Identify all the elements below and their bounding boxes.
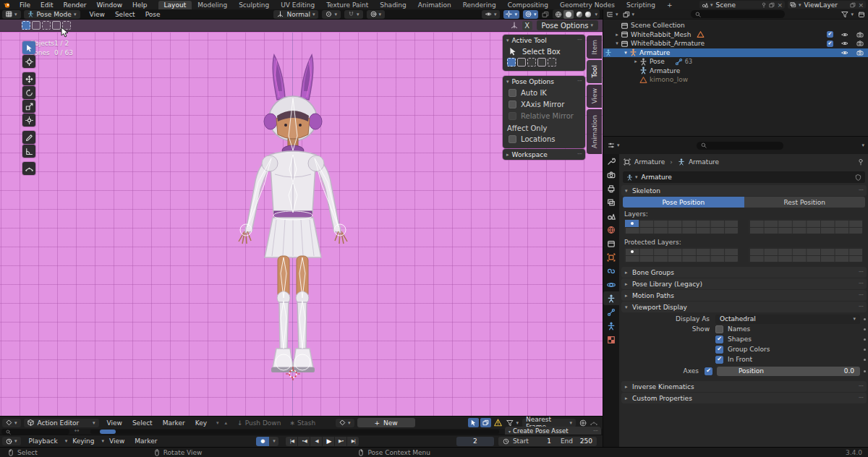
- play-button[interactable]: ▶: [323, 437, 334, 446]
- section-bone-groups[interactable]: ▸ Bone Groups ····: [621, 267, 867, 278]
- hide-eye-icon[interactable]: [841, 40, 848, 47]
- only-selected-toggle[interactable]: [468, 418, 479, 427]
- tool-annotate-button[interactable]: [22, 131, 35, 144]
- menu-pose[interactable]: Pose: [140, 11, 166, 18]
- object-icon[interactable]: [624, 158, 631, 166]
- outliner-display-mode-icon[interactable]: [623, 11, 630, 18]
- new-collection-icon[interactable]: [858, 11, 865, 18]
- tool-scale-button[interactable]: [22, 100, 35, 113]
- tab-constraints[interactable]: [603, 264, 619, 278]
- animate-dot[interactable]: [864, 370, 866, 372]
- pose-options-panel-header[interactable]: ▾ Pose Options ····: [503, 76, 585, 87]
- panel-grip-icon[interactable]: ····: [577, 37, 582, 43]
- outliner-row-whiterabbit-mesh[interactable]: ▸ WhiteRabbit_Mesh ✔: [603, 30, 868, 40]
- new-action-button[interactable]: + New: [357, 418, 415, 427]
- npanel-tab-view[interactable]: View: [587, 85, 602, 108]
- section-custom-properties[interactable]: ▸ Custom Properties ····: [621, 393, 867, 403]
- menu-key[interactable]: Key: [190, 419, 212, 427]
- panel-grip-icon[interactable]: ····: [859, 383, 863, 390]
- menu-view[interactable]: View: [102, 419, 127, 427]
- breadcrumb-object[interactable]: Armature: [634, 158, 665, 166]
- workspace-tab-animation[interactable]: Animation: [412, 1, 457, 9]
- mode-selector[interactable]: Pose Mode ▾: [24, 10, 80, 19]
- section-motion-paths[interactable]: ▸ Motion Paths ····: [621, 290, 867, 301]
- hide-eye-icon[interactable]: [841, 49, 848, 56]
- move-channel-up-icon[interactable]: ▴: [225, 420, 228, 426]
- shapes-checkbox[interactable]: ✔: [715, 336, 723, 343]
- collection-checkbox[interactable]: ✔: [827, 31, 833, 38]
- menu-window[interactable]: Window: [92, 1, 128, 9]
- tab-scene[interactable]: [603, 209, 619, 223]
- start-value[interactable]: 1: [532, 437, 551, 445]
- chevron-down-icon[interactable]: ▾: [861, 142, 864, 148]
- filter-icon[interactable]: [506, 419, 514, 427]
- next-keyframe-button[interactable]: ▶•: [335, 437, 346, 446]
- jump-to-start-button[interactable]: |◀: [286, 437, 297, 446]
- workspace-tab-layout[interactable]: Layout: [158, 1, 192, 9]
- expand-icon[interactable]: ▸: [632, 59, 639, 64]
- dope-sheet-mode-selector[interactable]: Action Editor ▾: [24, 419, 99, 427]
- select-intersect-icon[interactable]: [548, 58, 556, 67]
- fit-range-icon[interactable]: ↔: [75, 427, 80, 434]
- jump-to-end-button[interactable]: ▶|: [347, 437, 359, 446]
- select-mode-set-icon[interactable]: [22, 21, 30, 30]
- show-object-types-dropdown[interactable]: ▾: [482, 10, 501, 19]
- channel-search-input[interactable]: [1, 429, 69, 435]
- datablock-name-field[interactable]: ▾ Armature: [623, 171, 865, 183]
- display-as-dropdown[interactable]: Octahedral ▾: [715, 315, 860, 324]
- pin-icon[interactable]: [857, 158, 864, 166]
- panel-grip-icon[interactable]: ····: [577, 151, 582, 158]
- workspace-tab-texture-paint[interactable]: Texture Paint: [320, 1, 374, 9]
- npanel-tab-item[interactable]: Item: [587, 35, 602, 59]
- tab-object[interactable]: [603, 250, 619, 264]
- action-selector[interactable]: ▾: [336, 419, 354, 427]
- auto-keying-options[interactable]: ▾: [269, 437, 278, 446]
- tool-rotate-button[interactable]: [22, 86, 35, 99]
- workspace-tab-compositing[interactable]: Compositing: [502, 1, 554, 9]
- animate-dot[interactable]: [864, 359, 866, 361]
- names-checkbox[interactable]: ✔: [715, 325, 723, 333]
- show-hidden-toggle[interactable]: [480, 418, 491, 427]
- shading-wireframe-icon[interactable]: [555, 11, 562, 18]
- tool-transform-button[interactable]: [22, 114, 35, 127]
- select-extend-icon[interactable]: [517, 58, 526, 67]
- properties-editor-icon[interactable]: [608, 142, 615, 149]
- disable-render-icon[interactable]: [856, 40, 864, 47]
- xray-toggle-icon[interactable]: [542, 11, 549, 18]
- select-mode-invert-icon[interactable]: [52, 21, 61, 30]
- workspace-tab-geometry-nodes[interactable]: Geometry Nodes: [554, 1, 621, 9]
- active-tool-panel-header[interactable]: ▾ Active Tool ····: [503, 35, 585, 46]
- pin-icon[interactable]: [761, 2, 767, 8]
- outliner-row-kimono-low[interactable]: kimono_low: [603, 75, 868, 85]
- transform-orientation-selector[interactable]: Normal ▾: [273, 10, 318, 19]
- shading-rendered-icon[interactable]: [584, 12, 592, 17]
- menu-file[interactable]: File: [14, 1, 35, 9]
- panel-grip-icon[interactable]: ····: [859, 187, 863, 194]
- tab-view-layer[interactable]: [603, 195, 619, 209]
- protected-layers-grid-left[interactable]: [624, 247, 739, 262]
- panel-grip-icon[interactable]: ····: [859, 304, 863, 310]
- panel-grip-icon[interactable]: ····: [859, 292, 863, 299]
- section-skeleton[interactable]: ▾ Skeleton ····: [621, 185, 867, 196]
- hide-eye-icon[interactable]: [841, 31, 848, 38]
- scene-selector[interactable]: ▾ Scene ×: [699, 1, 785, 9]
- stash-button[interactable]: Stash: [297, 419, 315, 427]
- animate-dot[interactable]: [864, 318, 866, 320]
- panel-grip-icon[interactable]: ····: [859, 395, 863, 401]
- falloff-curve-icon[interactable]: [590, 419, 597, 427]
- locations-checkbox[interactable]: ✔: [509, 135, 516, 143]
- menu-view[interactable]: View: [85, 11, 110, 18]
- rest-position-button[interactable]: Rest Position: [744, 197, 866, 208]
- tool-measure-button[interactable]: [22, 145, 35, 158]
- collapse-icon[interactable]: ▾: [622, 50, 629, 56]
- snap-selector[interactable]: Nearest Frame ▾: [522, 419, 576, 427]
- new-scene-icon[interactable]: [769, 2, 775, 8]
- proportional-editing-toggle[interactable]: ▾: [367, 10, 386, 19]
- outliner-row-armature-object[interactable]: ▾ Armature: [603, 48, 868, 58]
- tab-texture[interactable]: [603, 333, 619, 346]
- workspace-tab-scripting[interactable]: Scripting: [621, 1, 661, 9]
- view-layer-selector[interactable]: ▾ ViewLayer ×: [788, 1, 866, 9]
- tab-bone[interactable]: [603, 305, 619, 319]
- tool-select-box-button[interactable]: [22, 41, 35, 54]
- workspace-tab-shading[interactable]: Shading: [374, 1, 412, 9]
